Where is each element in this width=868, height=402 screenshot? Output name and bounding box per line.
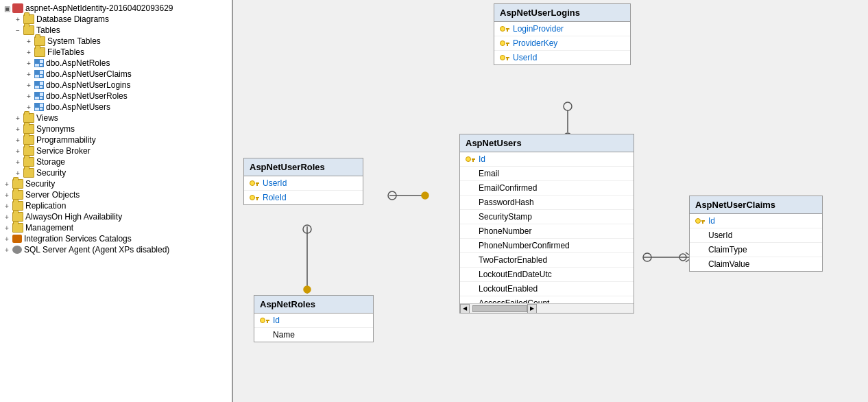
field-userid-roles: UserId	[244, 176, 363, 191]
key-icon-providerkey	[500, 40, 509, 47]
field-phonenumber: PhoneNumber	[460, 224, 634, 239]
sidebar-item-aspnetusers[interactable]: + dbo.AspNetUsers	[0, 102, 232, 113]
expander-aspnetroles[interactable]: +	[23, 60, 34, 67]
table-body-aspnetusers[interactable]: Id Email EmailConfirmed PasswordHash Sec…	[460, 152, 634, 303]
diagram-area: AspNetUserLogins LoginProvider ProviderK…	[233, 0, 868, 402]
key-icon-id-users	[466, 156, 475, 163]
sidebar-item-aspnetuserroles[interactable]: + dbo.AspNetUserRoles	[0, 91, 232, 102]
field-claimvalue: ClaimValue	[690, 257, 822, 271]
svg-point-11	[643, 253, 651, 261]
expander-security[interactable]: +	[1, 180, 12, 188]
sidebar-label-db-root: aspnet-AspNetIdentity-20160402093629	[25, 3, 173, 13]
sidebar-item-aspnetuserlogins[interactable]: + dbo.AspNetUserLogins	[0, 80, 232, 91]
field-phonenumberconfirmed: PhoneNumberConfirmed	[460, 239, 634, 253]
db-icon	[12, 3, 23, 13]
sidebar-item-service-broker[interactable]: + Service Broker	[0, 145, 232, 156]
sidebar-item-synonyms[interactable]: + Synonyms	[0, 123, 232, 134]
sidebar-label-file-tables: FileTables	[47, 47, 84, 57]
sidebar-item-storage[interactable]: + Storage	[0, 156, 232, 167]
sidebar-item-alwayson[interactable]: + AlwaysOn High Availability	[0, 211, 232, 222]
sidebar-label-server-objects: Server Objects	[25, 190, 80, 200]
expander-views[interactable]: +	[12, 115, 23, 122]
sidebar-label-aspnetuserclaims: dbo.AspNetUserClaims	[46, 69, 132, 79]
folder-icon-programmability	[23, 135, 34, 145]
svg-point-14	[679, 254, 686, 261]
table-header-aspnetroles: AspNetRoles	[254, 296, 373, 314]
sidebar-item-management[interactable]: + Management	[0, 222, 232, 233]
folder-icon-storage	[23, 157, 34, 167]
table-body-aspnetuserroles: UserId RoleId	[244, 176, 363, 204]
table-box-aspnetusers: AspNetUsers Id Email EmailConfirmed Pass…	[459, 134, 634, 314]
expander-synonyms[interactable]: +	[12, 126, 23, 133]
hscroll-bar[interactable]	[472, 305, 527, 312]
folder-icon-synonyms	[23, 124, 34, 134]
expander-alwayson[interactable]: +	[1, 213, 12, 221]
field-userid-claims: UserId	[690, 228, 822, 243]
sidebar-item-server-objects[interactable]: + Server Objects	[0, 189, 232, 200]
folder-icon-views	[23, 113, 34, 123]
sidebar-label-db-diagrams: Database Diagrams	[36, 14, 109, 24]
table-header-aspnetuserlogins: AspNetUserLogins	[494, 4, 630, 22]
expander-aspnetuserlogins[interactable]: +	[23, 82, 34, 89]
expander-db-diagrams[interactable]: +	[12, 16, 23, 23]
hscroll-right-arrow[interactable]: ▶	[527, 304, 537, 314]
expander-tables[interactable]: −	[12, 27, 23, 34]
sidebar-label-tables: Tables	[36, 25, 60, 35]
expander-server-objects[interactable]: +	[1, 191, 12, 199]
aspnetusers-hscroll[interactable]: ◀ ▶	[460, 303, 634, 313]
sidebar-label-agent: SQL Server Agent (Agent XPs disabled)	[24, 245, 169, 255]
expander-system-tables[interactable]: +	[23, 38, 34, 45]
sidebar-label-aspnetuserroles: dbo.AspNetUserRoles	[46, 91, 128, 101]
svg-point-0	[564, 102, 572, 110]
table-icon-aspnetuserclaims	[34, 70, 44, 78]
table-header-aspnetusers: AspNetUsers	[460, 134, 634, 152]
sidebar-item-aspnetuserclaims[interactable]: + dbo.AspNetUserClaims	[0, 69, 232, 80]
folder-icon-alwayson	[12, 212, 23, 222]
folder-icon-security-sub	[23, 168, 34, 178]
folder-icon-system-tables	[34, 36, 45, 46]
table-icon-aspnetuserroles	[34, 92, 44, 100]
expander-security-sub[interactable]: +	[12, 169, 23, 177]
table-body-aspnetuserlogins: LoginProvider ProviderKey UserId	[494, 22, 630, 64]
sidebar-label-system-tables: System Tables	[47, 36, 101, 46]
expander-integration[interactable]: +	[1, 235, 12, 243]
sidebar-item-security[interactable]: + Security	[0, 178, 232, 189]
expander-management[interactable]: +	[1, 224, 12, 232]
expander-file-tables[interactable]: +	[23, 49, 34, 56]
expander-aspnetuserclaims[interactable]: +	[23, 71, 34, 78]
sidebar-item-security-sub[interactable]: + Security	[0, 167, 232, 178]
field-accessfailedcount: AccessFailedCount	[460, 296, 634, 303]
expander-db-root[interactable]: ▣	[1, 5, 12, 12]
table-box-aspnetuserlogins: AspNetUserLogins LoginProvider ProviderK…	[494, 3, 631, 65]
expander-agent[interactable]: +	[1, 246, 12, 254]
sidebar-label-views: Views	[36, 113, 58, 123]
sidebar-label-integration: Integration Services Catalogs	[24, 234, 132, 244]
field-email: Email	[460, 167, 634, 181]
field-passwordhash: PasswordHash	[460, 196, 634, 210]
expander-programmability[interactable]: +	[12, 137, 23, 144]
expander-aspnetusers[interactable]: +	[23, 104, 34, 111]
sidebar-item-agent[interactable]: + SQL Server Agent (Agent XPs disabled)	[0, 244, 232, 255]
expander-replication[interactable]: +	[1, 202, 12, 210]
field-name-roles: Name	[254, 328, 373, 342]
sidebar-label-storage: Storage	[36, 157, 65, 167]
table-icon-aspnetusers	[34, 103, 44, 111]
field-id-roles: Id	[254, 314, 373, 328]
sidebar-item-aspnetroles[interactable]: + dbo.AspNetRoles	[0, 58, 232, 69]
sidebar-item-file-tables[interactable]: + FileTables	[0, 47, 232, 58]
folder-icon-service-broker	[23, 146, 34, 156]
field-roleid: RoleId	[244, 191, 363, 204]
sidebar-item-db-diagrams[interactable]: + Database Diagrams	[0, 14, 232, 25]
hscroll-left-arrow[interactable]: ◀	[460, 304, 470, 314]
sidebar-item-db-root[interactable]: ▣ aspnet-AspNetIdentity-20160402093629	[0, 3, 232, 14]
sidebar-item-integration[interactable]: + Integration Services Catalogs	[0, 233, 232, 244]
folder-icon-management	[12, 223, 23, 233]
table-header-aspnetuserroles: AspNetUserRoles	[244, 158, 363, 176]
sidebar-item-programmability[interactable]: + Programmability	[0, 134, 232, 145]
folder-icon-tables	[23, 25, 34, 35]
expander-storage[interactable]: +	[12, 158, 23, 166]
expander-service-broker[interactable]: +	[12, 147, 23, 155]
expander-aspnetuserroles[interactable]: +	[23, 93, 34, 100]
sidebar-item-replication[interactable]: + Replication	[0, 200, 232, 211]
sidebar-item-views[interactable]: + Views	[0, 113, 232, 123]
